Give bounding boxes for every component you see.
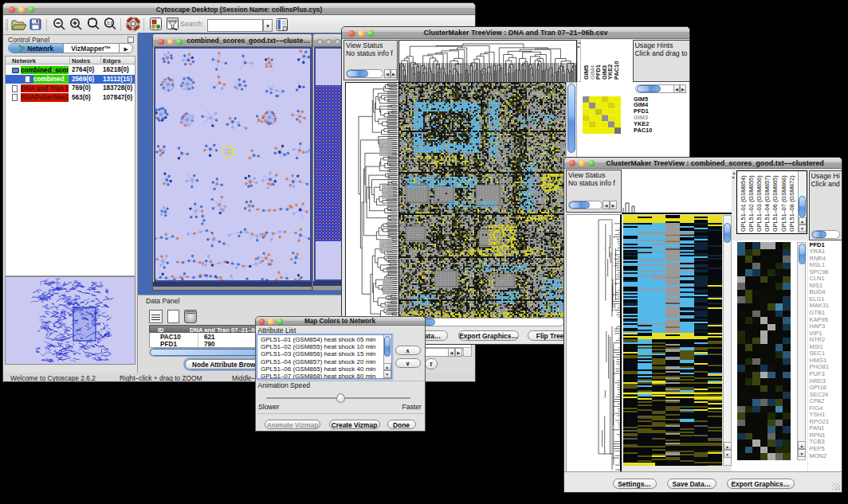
svg-text:GPL51–01 (GSM854): GPL51–01 (GSM854) — [740, 175, 747, 232]
svg-text:GPL51–07 (GSM868): GPL51–07 (GSM868) — [780, 175, 787, 232]
svg-text:GPL51–06 (GSM865): GPL51–06 (GSM865) — [771, 175, 779, 232]
svg-text:GPL51–02 (GSM855): GPL51–02 (GSM855) — [748, 175, 755, 232]
svg-text:PAC10: PAC10 — [613, 61, 620, 79]
svg-text:1:1: 1:1 — [107, 21, 112, 25]
svg-text:GPL51–04 (GSM857): GPL51–04 (GSM857) — [764, 175, 771, 232]
svg-text:Search:: Search: — [180, 20, 204, 28]
svg-text:GPL51–03 (GSM856): GPL51–03 (GSM856) — [756, 175, 763, 232]
svg-text:GPL51–08 (GSM872): GPL51–08 (GSM872) — [788, 175, 795, 232]
